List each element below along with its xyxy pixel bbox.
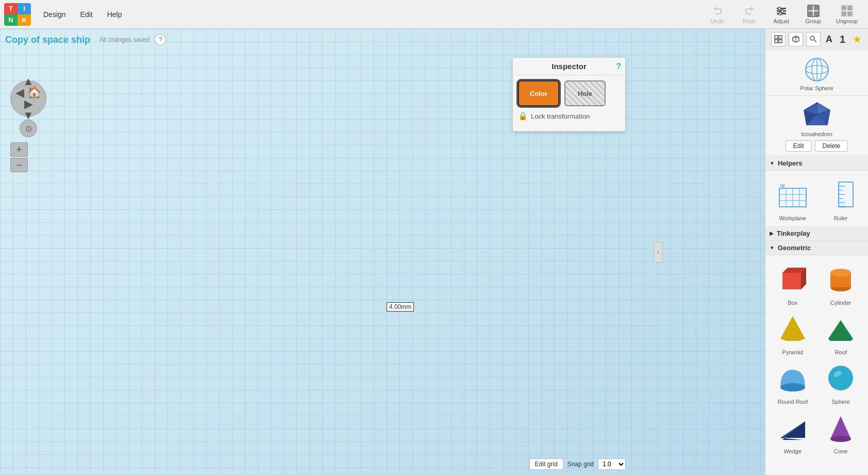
svg-rect-44	[779, 40, 782, 43]
edit-menu[interactable]: Edit	[74, 7, 99, 22]
grid-view-icon[interactable]	[771, 32, 786, 46]
inspector-body: Color Hole 🔒 Lock transformation	[513, 75, 625, 131]
cylinder-item[interactable]: Cylinder	[819, 260, 863, 306]
project-title: Copy of space ship	[5, 35, 90, 45]
zoom-out-button[interactable]: −	[10, 158, 28, 172]
undo-icon	[711, 5, 724, 17]
icosahedron-edit-button[interactable]: Edit	[786, 140, 812, 152]
snap-select[interactable]: 1.0 0.5 0.25 2.0	[598, 458, 626, 470]
helpers-grid: W Workplane mm	[765, 171, 868, 226]
reset-view-button[interactable]: ⊙	[20, 120, 37, 137]
roof-item[interactable]: Roof	[819, 310, 863, 355]
svg-rect-6	[808, 6, 813, 10]
svg-rect-7	[814, 6, 819, 10]
nav-controls: ▲ ◀ 🏠 ▶ ▼ ⊙ + −	[10, 80, 46, 172]
grid-icon	[774, 35, 782, 43]
cone-icon-area	[822, 409, 859, 446]
svg-rect-14	[847, 11, 852, 16]
search-icon-btn[interactable]	[806, 32, 821, 46]
hole-label: Hole	[578, 90, 592, 97]
pyramid-item[interactable]: Pyramid	[771, 310, 815, 355]
snap-label: Snap grid	[567, 461, 594, 468]
bottom-bar: Edit grid Snap grid 1.0 0.5 0.25 2.0	[529, 458, 626, 470]
workplane-svg: W	[776, 178, 809, 211]
helpers-label: Helpers	[778, 159, 803, 167]
svg-point-4	[781, 10, 783, 12]
logo-i: I	[18, 3, 31, 14]
svg-rect-8	[808, 11, 813, 16]
inspector-title: Inspector	[513, 58, 625, 75]
svg-point-77	[830, 269, 851, 277]
geometric-section-header[interactable]: ▼ Geometric	[765, 241, 868, 255]
svg-text:W: W	[780, 183, 785, 188]
icosahedron-svg	[802, 100, 832, 131]
svg-rect-72	[782, 273, 801, 289]
undo-button[interactable]: Undo	[702, 3, 733, 26]
collapse-panel-button[interactable]: ‹	[654, 242, 663, 263]
sphere-item[interactable]: Sphere	[819, 359, 863, 405]
svg-point-88	[830, 436, 851, 442]
redo-button[interactable]: Redo	[734, 3, 765, 26]
group-icon	[807, 5, 820, 17]
lock-row[interactable]: 🔒 Lock transformation	[518, 111, 620, 121]
box-label: Box	[788, 300, 797, 306]
sphere-svg	[824, 362, 857, 395]
font-size-btn[interactable]: A	[824, 33, 834, 46]
icosahedron-delete-button[interactable]: Delete	[815, 140, 848, 152]
help-menu[interactable]: Help	[101, 7, 128, 22]
wedge-item[interactable]: Wedge	[771, 409, 815, 454]
box-item[interactable]: Box	[771, 260, 815, 306]
round-roof-item[interactable]: Round Roof	[771, 359, 815, 405]
pyramid-label: Pyramid	[782, 349, 803, 355]
tinkerplay-label: Tinkerplay	[777, 230, 810, 237]
search-icon	[809, 35, 817, 43]
lock-icon: 🔒	[518, 111, 528, 121]
zoom-in-button[interactable]: +	[10, 142, 28, 157]
geometric-label: Geometric	[778, 244, 811, 252]
pan-control[interactable]: ▲ ◀ 🏠 ▶ ▼	[10, 80, 46, 117]
ruler-item[interactable]: mm Ruler	[819, 176, 863, 221]
inspector-help[interactable]: ?	[616, 62, 621, 71]
color-label: Color	[530, 90, 547, 97]
wedge-svg	[776, 411, 809, 444]
workplane-label: Workplane	[779, 215, 806, 221]
edit-grid-button[interactable]: Edit grid	[529, 458, 563, 470]
roof-label: Roof	[835, 349, 847, 355]
icosahedron-buttons: Edit Delete	[786, 140, 848, 152]
help-button[interactable]: ?	[155, 34, 166, 45]
inspector-color-row: Color Hole	[518, 80, 620, 106]
tinkerplay-arrow-icon: ▶	[770, 231, 774, 236]
cone-item[interactable]: Cone	[819, 409, 863, 454]
toolbar-group: Undo Redo Adjust	[702, 3, 864, 26]
group-button[interactable]: Group	[798, 3, 829, 26]
logo-k: K	[18, 14, 31, 26]
geometric-grid: Box Cylinder	[765, 255, 868, 460]
lock-label: Lock transformation	[531, 112, 590, 120]
color-button[interactable]: Color	[518, 80, 559, 106]
project-bar: Copy of space ship All changes saved ?	[5, 34, 166, 45]
redo-label: Redo	[743, 18, 756, 24]
tinkerplay-section-header[interactable]: ▶ Tinkerplay	[765, 226, 868, 241]
canvas-area[interactable]: Copy of space ship All changes saved ? ▲…	[0, 29, 765, 475]
icosahedron-section: Icosahedron Edit Delete	[765, 96, 868, 156]
svg-rect-11	[842, 6, 846, 10]
box-icon-area	[774, 260, 811, 298]
round-roof-icon-area	[774, 359, 811, 397]
hole-button[interactable]: Hole	[564, 80, 606, 106]
svg-point-83	[828, 366, 853, 390]
svg-marker-79	[780, 316, 805, 341]
workplane-item[interactable]: W Workplane	[771, 176, 815, 221]
adjust-button[interactable]: Adjust	[766, 3, 797, 26]
tinkercad-logo[interactable]: T I N K	[4, 3, 31, 26]
geometric-arrow-icon: ▼	[770, 245, 775, 251]
right-panel-top-icons: A 1 ★	[765, 29, 868, 50]
helpers-section-header[interactable]: ▼ Helpers	[765, 156, 868, 171]
star-btn[interactable]: ★	[850, 32, 864, 46]
svg-line-49	[814, 40, 816, 43]
svg-rect-12	[847, 6, 852, 10]
3d-view-icon[interactable]	[789, 32, 803, 46]
group-label: Group	[806, 18, 822, 24]
design-menu[interactable]: Design	[37, 7, 72, 22]
number-btn[interactable]: 1	[838, 32, 847, 46]
ungroup-button[interactable]: Ungroup	[830, 3, 864, 26]
